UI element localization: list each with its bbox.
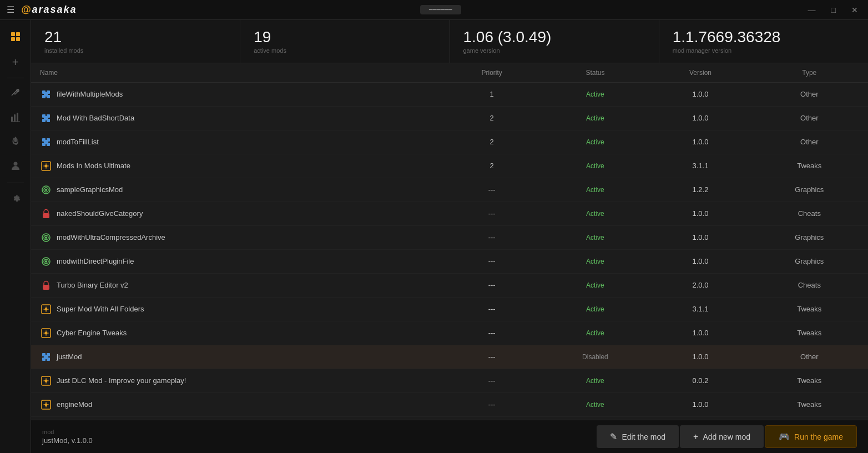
mod-name-cell: Turbo Binary Editor v2 [31,273,443,297]
sidebar-item-grid[interactable] [4,27,27,49]
sidebar-item-user[interactable] [4,156,27,178]
mod-type: Graphics [751,178,868,202]
col-header-priority: Priority [443,63,540,83]
mod-version: 1.0.0 [650,249,750,273]
run-icon: 🎮 [779,431,790,442]
edit-mod-button[interactable]: ✎ Edit the mod [597,425,679,448]
svg-rect-33 [43,213,49,218]
sidebar-item-tools[interactable] [4,83,27,105]
mod-name-text: modWithUltraCompressedArchive [57,233,165,241]
svg-rect-44 [45,332,47,334]
mod-type: Tweaks [751,392,868,416]
svg-point-36 [45,236,47,239]
selected-mod-info: mod justMod, v.1.0.0 [42,429,93,445]
mod-priority: --- [443,321,540,345]
bottom-bar: mod justMod, v.1.0.0 ✎ Edit the mod + Ad… [31,420,868,453]
action-buttons: ✎ Edit the mod + Add new mod 🎮 Run the g… [597,425,857,448]
table-row[interactable]: engineMod --- Active 1.0.0 Tweaks [31,392,868,416]
menu-icon[interactable]: ☰ [7,4,14,15]
svg-rect-29 [45,165,47,167]
table-row[interactable]: modwithDirectPluginFile --- Active 1.0.0… [31,249,868,273]
close-button[interactable]: ✕ [848,4,861,16]
sidebar-item-settings[interactable] [4,188,27,210]
mod-version: 1.2.2 [650,178,750,202]
mod-type: Cheats [751,202,868,225]
mod-name-cell: Just DLC Mod - Improve your gameplay! [31,369,443,392]
mod-type: Graphics [751,225,868,249]
mod-version: 1.0.0 [650,321,750,345]
mod-name-text: modToFillList [57,138,99,146]
table-row[interactable]: modWithUltraCompressedArchive --- Active… [31,225,868,249]
mod-name-text: Just DLC Mod - Improve your gameplay! [57,376,186,385]
minimize-button[interactable]: — [805,4,819,16]
mod-priority: --- [443,249,540,273]
svg-rect-6 [14,114,16,122]
table-row[interactable]: nakedShouldGiveCategory --- Active 1.0.0… [31,202,868,225]
mod-status: Active [540,225,650,249]
mod-name-text: justMod [57,353,82,361]
mod-type-icon [40,327,52,339]
mod-type: Other [751,345,868,369]
mod-type-icon [40,255,52,268]
table-row[interactable]: fileWithMultipleMods 1 Active 1.0.0 Othe… [31,82,868,106]
svg-rect-52 [45,380,47,382]
maximize-button[interactable]: □ [828,4,839,16]
sidebar-item-analytics[interactable] [4,107,27,129]
manager-version-number: 1.1.7669.36328 [673,29,855,46]
table-row[interactable]: Cyber Engine Tweaks --- Active 1.0.0 Twe… [31,321,868,345]
svg-rect-0 [11,32,15,36]
grid-icon [11,32,21,44]
svg-rect-47 [42,358,46,361]
svg-rect-27 [44,141,48,143]
table-row[interactable]: Super Mod With All Folders --- Active 3.… [31,297,868,321]
mod-version: 1.0.0 [650,225,750,249]
table-row[interactable]: Just DLC Mod - Improve your gameplay! --… [31,369,868,392]
fire-icon [11,137,20,149]
mod-name-cell: fileWithMultipleMods [31,82,443,106]
svg-rect-50 [44,356,48,358]
mod-name-cell: Super Mod With All Folders [31,297,443,321]
mod-name-cell: Mods In Mods Ultimate [31,154,443,178]
table-row[interactable]: Turbo Binary Editor v2 --- Active 2.0.0 … [31,273,868,297]
mod-status: Active [540,321,650,345]
mod-type: Tweaks [751,321,868,345]
table-row[interactable]: modToFillList 2 Active 1.0.0 Other [31,130,868,154]
mod-name-text: fileWithMultipleMods [57,90,123,98]
svg-rect-5 [11,117,13,122]
mod-name-text: Turbo Binary Editor v2 [57,281,128,289]
table-row[interactable]: justMod --- Disabled 1.0.0 Other [31,345,868,369]
svg-rect-23 [47,138,50,142]
status-badge: Active [586,210,604,218]
mod-type-icon [40,303,52,315]
mod-status: Active [540,130,650,154]
col-header-type: Type [751,63,868,83]
game-version-number: 1.06 (3.0.49) [463,29,645,46]
plus-icon: + [12,56,19,69]
svg-rect-1 [16,32,20,36]
add-icon: + [693,432,698,442]
sidebar-item-fire[interactable] [4,132,27,154]
mod-type-icon [40,112,52,124]
mod-priority: --- [443,369,540,392]
svg-rect-24 [42,143,46,146]
stats-bar: 21 installed mods 19 active mods 1.06 (3… [31,20,868,63]
table-row[interactable]: Mods In Mods Ultimate 2 Active 3.1.1 Twe… [31,154,868,178]
table-row[interactable]: Mod With BadShortData 2 Active 1.0.0 Oth… [31,106,868,130]
sidebar-item-add[interactable]: + [4,51,27,73]
status-badge: Active [586,90,604,98]
mod-priority: 2 [443,154,540,178]
add-mod-button[interactable]: + Add new mod [680,425,764,448]
mod-priority: --- [443,297,540,321]
mod-type: Other [751,106,868,130]
mod-status: Disabled [540,345,650,369]
run-game-button[interactable]: 🎮 Run the game [765,425,857,448]
mod-type-icon [40,208,52,220]
mod-type-icon [40,351,52,363]
installed-mods-label: installed mods [44,47,226,54]
table-row[interactable]: sampleGraphicsMod --- Active 1.2.2 Graph… [31,178,868,202]
mods-table-body: fileWithMultipleMods 1 Active 1.0.0 Othe… [31,82,868,420]
svg-rect-42 [45,308,47,310]
svg-rect-17 [47,114,50,118]
add-btn-label: Add new mod [703,432,750,441]
svg-rect-3 [16,37,20,41]
